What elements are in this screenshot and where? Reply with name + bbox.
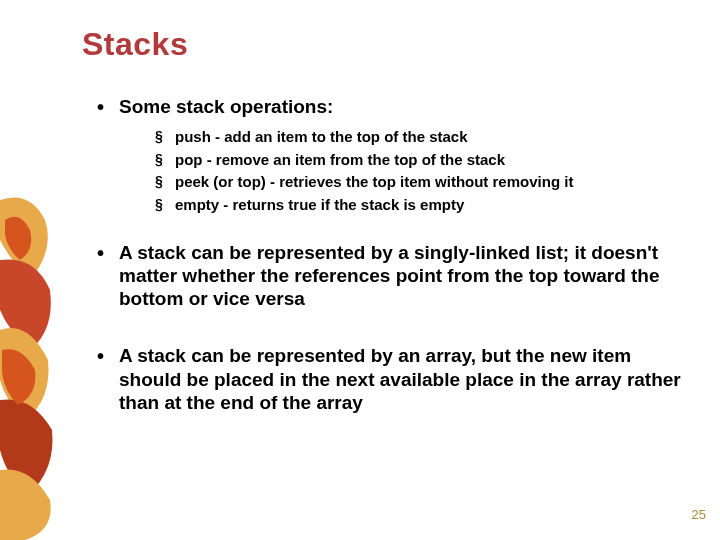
list-item: push - add an item to the top of the sta… — [155, 127, 695, 147]
paragraph-array: A stack can be represented by an array, … — [95, 344, 695, 414]
list-item: peek (or top) - retrieves the top item w… — [155, 172, 695, 192]
operations-list: push - add an item to the top of the sta… — [95, 127, 695, 215]
list-item: empty - returns true if the stack is emp… — [155, 195, 695, 215]
slide-title: Stacks — [82, 26, 188, 63]
section-heading: Some stack operations: — [95, 95, 695, 119]
autumn-leaves-decoration — [0, 0, 60, 540]
paragraph-linked-list: A stack can be represented by a singly-l… — [95, 241, 695, 311]
page-number: 25 — [692, 507, 706, 522]
slide-content: Some stack operations: push - add an ite… — [95, 95, 695, 414]
list-item: pop - remove an item from the top of the… — [155, 150, 695, 170]
